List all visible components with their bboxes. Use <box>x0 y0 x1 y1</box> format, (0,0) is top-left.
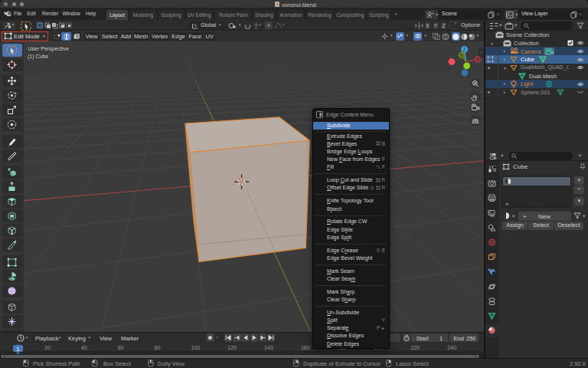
svg-text:Y: Y <box>460 53 464 58</box>
svg-text:Z: Z <box>463 47 466 52</box>
svg-text:X: X <box>476 57 480 62</box>
